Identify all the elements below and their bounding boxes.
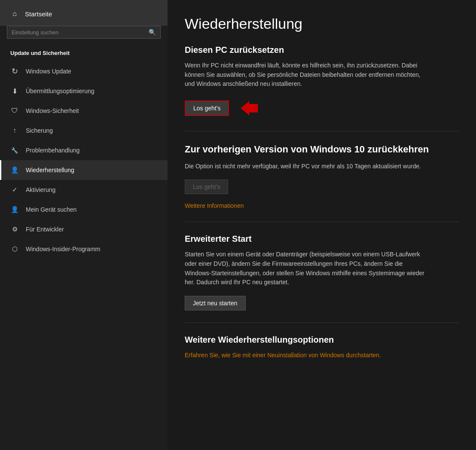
developer-icon: ⚙ <box>10 225 19 234</box>
go-back-button: Los geht's <box>185 179 228 194</box>
arrow-annotation <box>235 97 261 119</box>
find-device-icon: 👤 <box>10 205 19 214</box>
update-icon: ↻ <box>10 67 19 76</box>
search-box[interactable]: 🔍 <box>7 26 161 39</box>
sidebar-item-activation[interactable]: ✓ Aktivierung <box>0 180 168 200</box>
divider-2 <box>185 222 459 222</box>
sidebar-item-developer[interactable]: ⚙ Für Entwickler <box>0 219 168 239</box>
sidebar-item-windows-security[interactable]: 🛡 Windows-Sicherheit <box>0 101 168 121</box>
arrow-icon <box>235 97 261 119</box>
home-label: Startseite <box>25 10 52 18</box>
activation-icon: ✓ <box>10 185 19 194</box>
advanced-start-title: Erweiterter Start <box>185 234 459 244</box>
sidebar: ⌂ Startseite 🔍 Update und Sicherheit ↻ W… <box>0 0 168 450</box>
more-options-title: Weitere Wiederherstellungsoptionen <box>185 335 459 345</box>
sidebar-item-label: Übermittlungsoptimierung <box>26 88 95 94</box>
sidebar-item-label: Windows Update <box>26 68 71 75</box>
backup-icon: ↑ <box>10 126 19 135</box>
sidebar-item-home[interactable]: ⌂ Startseite <box>0 0 168 26</box>
sidebar-section-label: Update und Sicherheit <box>0 46 168 61</box>
shield-icon: 🛡 <box>10 106 19 115</box>
insider-icon: ⬡ <box>10 245 19 253</box>
go-back-section: Zur vorherigen Version von Windows 10 zu… <box>185 143 459 210</box>
sidebar-item-label: Windows-Sicherheit <box>26 107 79 114</box>
go-back-title: Zur vorherigen Version von Windows 10 zu… <box>185 143 459 156</box>
recovery-icon: 👤 <box>10 166 19 174</box>
more-info-link[interactable]: Weitere Informationen <box>185 202 244 209</box>
divider-3 <box>185 322 459 323</box>
sidebar-item-label: Mein Gerät suchen <box>26 206 76 213</box>
delivery-icon: ⬇ <box>10 87 19 95</box>
divider-1 <box>185 131 459 131</box>
sidebar-item-label: Für Entwickler <box>26 226 64 233</box>
sidebar-item-troubleshoot[interactable]: 🔧 Problembehandlung <box>0 140 168 160</box>
sidebar-item-delivery-opt[interactable]: ⬇ Übermittlungsoptimierung <box>0 81 168 101</box>
troubleshoot-icon: 🔧 <box>10 146 19 155</box>
reset-pc-button-row: Los geht's <box>185 97 459 119</box>
reset-pc-desc: Wenn Ihr PC nicht einwandfrei läuft, kön… <box>185 61 425 89</box>
advanced-start-section: Erweiterter Start Starten Sie von einem … <box>185 234 459 310</box>
go-back-desc: Die Option ist nicht mehr verfügbar, wei… <box>185 162 425 171</box>
sidebar-item-label: Problembehandlung <box>26 147 79 154</box>
sidebar-item-backup[interactable]: ↑ Sicherung <box>0 121 168 140</box>
sidebar-item-label: Sicherung <box>26 127 53 134</box>
svg-marker-0 <box>241 101 258 115</box>
reinstall-link[interactable]: Erfahren Sie, wie Sie mit einer Neuinsta… <box>185 352 381 359</box>
sidebar-item-label: Wiederherstellung <box>26 167 74 173</box>
sidebar-item-find-device[interactable]: 👤 Mein Gerät suchen <box>0 200 168 219</box>
home-icon: ⌂ <box>10 9 19 18</box>
sidebar-item-label: Windows-Insider-Programm <box>26 246 100 252</box>
sidebar-item-label: Aktivierung <box>26 186 55 193</box>
search-icon: 🔍 <box>149 29 156 36</box>
reset-pc-button[interactable]: Los geht's <box>185 100 229 116</box>
sidebar-item-recovery[interactable]: 👤 Wiederherstellung <box>0 160 168 180</box>
reset-pc-title: Diesen PC zurücksetzen <box>185 45 459 55</box>
search-input[interactable] <box>12 29 149 36</box>
reset-pc-section: Diesen PC zurücksetzen Wenn Ihr PC nicht… <box>185 45 459 119</box>
restart-now-button[interactable]: Jetzt neu starten <box>185 296 246 310</box>
sidebar-item-insider[interactable]: ⬡ Windows-Insider-Programm <box>0 239 168 259</box>
main-content: Wiederherstellung Diesen PC zurücksetzen… <box>168 0 476 450</box>
advanced-start-desc: Starten Sie von einem Gerät oder Datentr… <box>185 250 425 287</box>
page-title: Wiederherstellung <box>185 15 459 32</box>
more-options-section: Weitere Wiederherstellungsoptionen Erfah… <box>185 335 459 360</box>
sidebar-item-windows-update[interactable]: ↻ Windows Update <box>0 61 168 81</box>
